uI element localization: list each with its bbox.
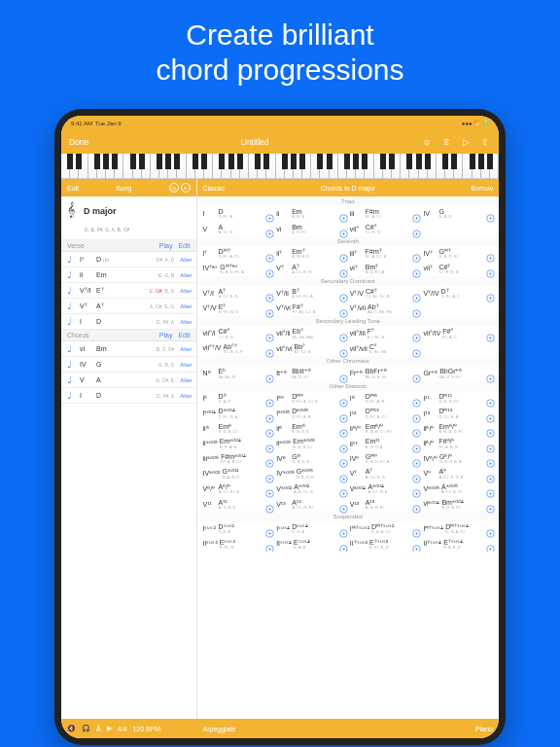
prog-row[interactable]: ♩IˢD (b)F#, A, DAlter: [61, 252, 196, 267]
chord-cell[interactable]: V¹³A¹³A, G, B, F#: [348, 497, 422, 513]
chord-cell[interactable]: iiEmE, G, B: [274, 206, 348, 222]
chord-cell[interactable]: Iˢᵘˢ²Dˢᵘˢ²D, E, A: [201, 521, 275, 537]
chord-cell[interactable]: V⁷/iiB⁷B, D#, F#, A: [274, 286, 348, 302]
play-chord-icon[interactable]: [339, 304, 348, 313]
chord-cell[interactable]: Iˢᵘˢ⁴Dˢᵘˢ⁴D, G, A: [274, 521, 348, 537]
bpm[interactable]: 120 BPM: [132, 726, 160, 732]
chord-cell[interactable]: V¹³A¹³A, C#, G, F#: [274, 497, 348, 513]
chord-cell[interactable]: N⁶EᵇBb, Eb, G: [201, 366, 275, 381]
chord-cell[interactable]: vii°/iiEb°Eb, Gb, Bbb: [274, 326, 348, 341]
share-icon[interactable]: ⇧: [479, 136, 491, 148]
piano-keyboard[interactable]: [61, 154, 499, 179]
chord-cell[interactable]: vii°/iiiF°E#, G#, B: [348, 326, 422, 341]
play-chord-icon[interactable]: [412, 249, 421, 258]
play-chord-icon[interactable]: [486, 265, 495, 273]
chord-cell[interactable]: IV⁶/⁹G⁶/⁹G, B, D, E, A: [421, 451, 495, 467]
chord-cell[interactable]: V¹¹A¹¹A, G, B, D: [201, 497, 275, 513]
chord-cell[interactable]: IVᵃᵈᵈ⁶Gᵃᵈᵈ⁶G, B, D, E: [274, 466, 348, 481]
chord-cell[interactable]: Iᴹ⁷ˢᵘˢ²Dᴹ⁷ˢᵘˢ²D, E, A, C#: [348, 521, 422, 537]
play-chord-icon[interactable]: [339, 209, 348, 218]
alter-button[interactable]: Alter: [180, 377, 192, 383]
play-chord-icon[interactable]: [339, 524, 348, 533]
chord-cell[interactable]: I¹¹Dᴹ¹¹D, E, G, C#: [421, 391, 495, 407]
tab-classic[interactable]: Classic: [203, 185, 226, 192]
play-chord-icon[interactable]: [265, 370, 274, 378]
chord-cell[interactable]: vii°/viiC°C, Eb, Gb: [348, 341, 422, 357]
chord-cell[interactable]: [421, 222, 495, 237]
play-chord-icon[interactable]: [265, 524, 274, 533]
play-link[interactable]: Play: [159, 332, 173, 338]
chord-cell[interactable]: I⁶⁹Dᴹ⁹D, F#, A, C#, E: [274, 391, 348, 407]
alter-button[interactable]: Alter: [180, 272, 192, 278]
chord-cell[interactable]: II⁷ˢᵘˢ⁴E⁷ˢᵘˢ⁴E, A, B, D: [421, 537, 495, 552]
chord-cell[interactable]: II⁷ˢᵘˢ²E⁷ˢᵘˢ²E, F#, B, D: [348, 537, 422, 552]
play-chord-icon[interactable]: [339, 409, 348, 418]
play-chord-icon[interactable]: [486, 209, 495, 218]
chord-cell[interactable]: iiiᵃᵈᵈ⁶F#mᵃᵈᵈ⁴F#, A, B, C#: [201, 451, 275, 467]
play-chord-icon[interactable]: [265, 249, 274, 258]
play-button[interactable]: ▶: [107, 725, 112, 732]
play-chord-icon[interactable]: [486, 454, 495, 463]
play-chord-icon[interactable]: [265, 470, 274, 479]
play-chord-icon[interactable]: [486, 249, 495, 258]
chord-cell[interactable]: It⁺⁶BbIt⁺⁶Bb, D, G#: [274, 366, 348, 381]
prog-row[interactable]: ♩VA A, C#, EAlter: [61, 373, 196, 388]
play-chord-icon[interactable]: [265, 225, 274, 233]
play-chord-icon[interactable]: [339, 484, 348, 493]
play-chord-icon[interactable]: [339, 540, 348, 549]
alter-button[interactable]: Alter: [180, 346, 192, 352]
chord-cell[interactable]: IVGG, B, D: [421, 206, 495, 222]
clock-icon[interactable]: ⧖: [440, 136, 452, 148]
play-chord-icon[interactable]: [486, 540, 495, 549]
smile-icon[interactable]: ☺: [169, 183, 179, 193]
play-chord-icon[interactable]: [486, 329, 495, 338]
play-chord-icon[interactable]: [339, 370, 348, 378]
play-chord-icon[interactable]: [339, 249, 348, 258]
prog-row[interactable]: ♩V⁷/IE⁷ E, G#, B, DAlter: [61, 283, 196, 299]
play-chord-icon[interactable]: [339, 424, 348, 433]
chord-cell[interactable]: Vᵃᵈᵈ⁶Aᵃᵈᵈ⁶A, C#, E, F#: [421, 481, 495, 497]
play-chord-icon[interactable]: [412, 424, 421, 433]
play-chord-icon[interactable]: [339, 289, 348, 298]
play-chord-icon[interactable]: [265, 500, 274, 509]
play-chord-icon[interactable]: [486, 370, 495, 378]
alter-button[interactable]: Alter: [180, 362, 192, 368]
chord-cell[interactable]: viᵃᵈᵈ⁴Bmᵃᵈᵈ⁴B, D, E, F#: [421, 497, 495, 513]
chord-cell[interactable]: V⁷/viF#⁷F#, A#, C#, E: [274, 302, 348, 317]
chord-cell[interactable]: viBmB, D, F#: [274, 222, 348, 237]
alter-button[interactable]: Alter: [180, 393, 192, 399]
chord-cell[interactable]: I⁵D⁵D, A, D: [201, 391, 275, 407]
play-chord-icon[interactable]: [412, 209, 421, 218]
prog-row[interactable]: ♩ID D, F#, AAlter: [61, 314, 196, 330]
prog-row[interactable]: ♩iiEm E, G, BAlter: [61, 267, 196, 283]
edit-button[interactable]: Edit: [67, 185, 79, 192]
play-chord-icon[interactable]: [265, 440, 274, 448]
chord-cell[interactable]: I⁶Dᴹ⁶D, F#, A, B: [348, 391, 422, 407]
play-chord-icon[interactable]: [265, 454, 274, 463]
play-chord-icon[interactable]: [486, 440, 495, 448]
play-chord-icon[interactable]: [265, 484, 274, 493]
play-chord-icon[interactable]: [339, 454, 348, 463]
chord-cell[interactable]: iiᵃᵈᵈ⁶Emᵃᵈᵈ⁶E, G, B, C#: [274, 436, 348, 451]
play-chord-icon[interactable]: [412, 409, 421, 418]
chord-cell[interactable]: ii¹¹Em¹¹E, G, D, A: [348, 436, 422, 451]
chord-cell[interactable]: ii⁶/⁹Em⁶/⁹E, G, B, D, F#: [421, 421, 495, 437]
chord-cell[interactable]: ii⁶/⁹Em⁶/⁹E, G, B, C#, F#: [348, 421, 422, 437]
chord-cell[interactable]: vii⁷C#⁷C#, E, G, B: [421, 262, 495, 277]
play-chord-icon[interactable]: [486, 500, 495, 509]
play-chord-icon[interactable]: [412, 344, 421, 353]
play-chord-icon[interactable]: [339, 344, 348, 353]
chord-cell[interactable]: vii°⁷/VAb°⁷G#, B, D, F: [201, 341, 275, 357]
done-button[interactable]: Done: [69, 137, 88, 147]
chord-cell[interactable]: IV⁹Gᴹ⁹G, B, D, F#, A: [348, 451, 422, 467]
play-chord-icon[interactable]: [412, 394, 421, 403]
chord-cell[interactable]: V⁷A⁷A, C#, E, G: [348, 466, 422, 481]
chord-cell[interactable]: Iᴹ⁷ˢᵘˢ⁴Dᴹ⁷ˢᵘˢ⁴D, G, A, C#: [421, 521, 495, 537]
time-sig[interactable]: 4/4: [118, 726, 127, 732]
chord-cell[interactable]: IV⁷Gᴹ⁷G, B, D, F#: [421, 246, 495, 262]
chord-cell[interactable]: ii⁶Em⁶E, G, B, D: [274, 421, 348, 437]
chord-cell[interactable]: vi⁷Bm⁷B, D, F#, A: [348, 262, 422, 277]
chord-cell[interactable]: IV⁶G⁶G, B, D, E: [274, 451, 348, 467]
prog-row[interactable]: ♩ID D, F#, AAlter: [61, 388, 196, 404]
chord-cell[interactable]: [421, 341, 495, 357]
